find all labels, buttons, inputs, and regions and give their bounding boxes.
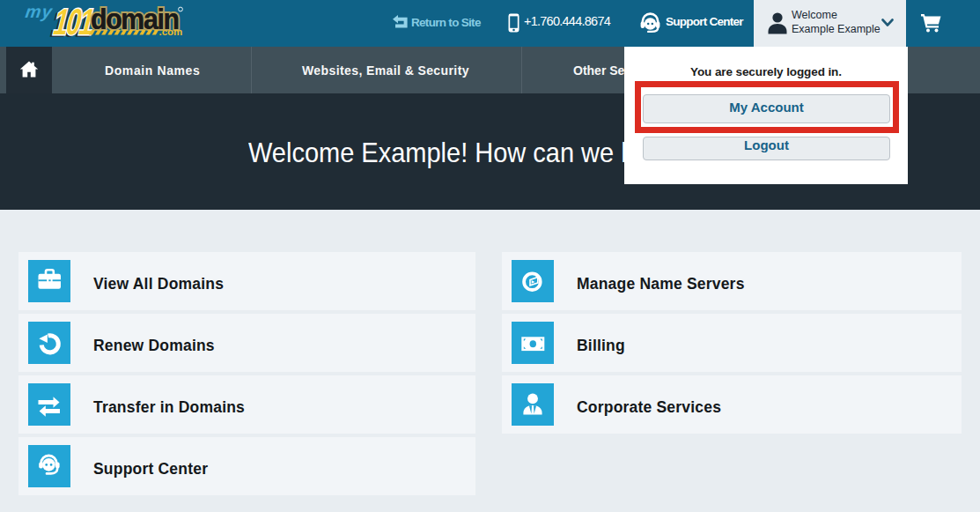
svg-text:my: my — [24, 3, 54, 20]
svg-text:.com: .com — [159, 26, 183, 37]
